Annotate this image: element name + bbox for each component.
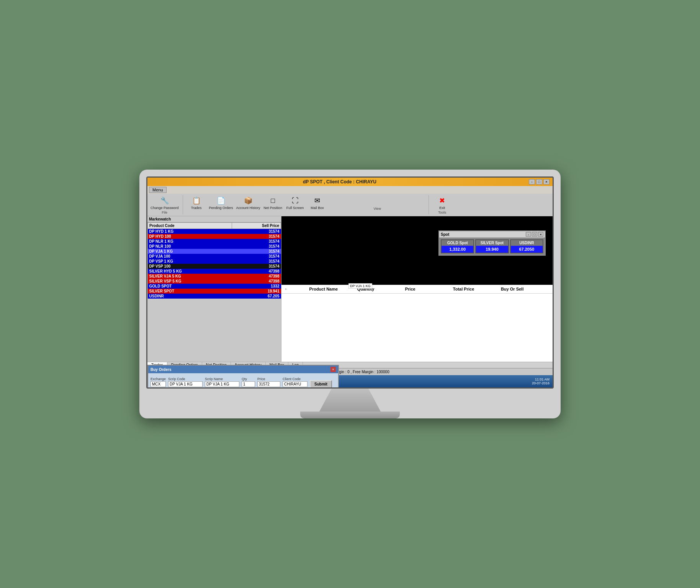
sell-price-cell: 31574 bbox=[232, 259, 281, 264]
sell-price-cell: 67.205 bbox=[232, 294, 281, 299]
sell-price-cell: 31574 bbox=[232, 229, 281, 234]
col-product-code: Product Code bbox=[148, 223, 232, 229]
client-code-input[interactable] bbox=[283, 381, 307, 387]
clock-time: 11:01 AM bbox=[532, 377, 550, 381]
table-row[interactable]: DP NLR 1 KG31574 bbox=[148, 239, 281, 244]
buy-orders-dialog: Buy Orders × Exchange Scrip Code bbox=[147, 365, 339, 389]
scrip-code-input[interactable] bbox=[168, 381, 203, 387]
sell-price-cell: 31574 bbox=[232, 254, 281, 259]
close-btn[interactable]: × bbox=[543, 179, 550, 185]
table-row[interactable]: USDINR67.205 bbox=[148, 294, 281, 299]
col-total-price: Total Price bbox=[453, 287, 501, 291]
sell-price-cell: 31574 bbox=[232, 264, 281, 269]
toolbar-pending-orders[interactable]: 📄 Pending Orders bbox=[209, 195, 233, 210]
marketwatch-header: Markewatch bbox=[147, 216, 281, 222]
table-row[interactable]: SILVER VJA 5 KG47398 bbox=[148, 274, 281, 279]
sell-price-cell: 31574 bbox=[232, 239, 281, 244]
trades-label: Trades bbox=[191, 206, 202, 210]
table-row[interactable]: SILVER HYD 5 KG47398 bbox=[148, 269, 281, 274]
table-row[interactable]: DP HYD 1 KG31574 bbox=[148, 229, 281, 234]
toolbar-mail-box[interactable]: ✉ Mail Box bbox=[308, 195, 327, 210]
table-row[interactable]: DP VJA 10031574 bbox=[148, 254, 281, 259]
toolbar-net-position[interactable]: □ Net Position bbox=[263, 195, 283, 210]
minimize-btn[interactable]: - bbox=[529, 179, 535, 185]
toolbar-exit[interactable]: ✖ Exit Tools bbox=[433, 195, 452, 214]
view-group-label: View bbox=[330, 207, 425, 211]
app-window: dP SPOT , Client Code : CHIRAYU - □ × Me… bbox=[147, 178, 553, 375]
dp-vja-tooltip: DP VJA 1 KG bbox=[348, 283, 372, 289]
submit-button[interactable]: Submit bbox=[310, 380, 332, 388]
menu-button[interactable]: Menu bbox=[149, 187, 167, 193]
change-password-icon: 🔧 bbox=[159, 195, 171, 206]
dialog-title-bar: Buy Orders × bbox=[148, 366, 338, 373]
field-scrip-code: Scrip Code bbox=[168, 377, 203, 387]
qty-input[interactable] bbox=[242, 381, 255, 387]
dialog-title: Buy Orders bbox=[150, 368, 171, 372]
sell-price-cell: 47398 bbox=[232, 274, 281, 279]
scrip-name-input[interactable] bbox=[205, 381, 239, 387]
product-code-cell: DP VJA 1 KG bbox=[148, 249, 232, 254]
toolbar: 🔧 Change Password File 📋 Trades 📄 Pendin… bbox=[147, 194, 553, 216]
table-row[interactable]: SILVER VSP 5 KG47398 bbox=[148, 279, 281, 284]
table-row[interactable]: DP VJA 1 KG31574 bbox=[148, 249, 281, 254]
field-qty: Qty bbox=[242, 377, 255, 387]
spot-panel: Spot - □ × GOLD Spot 1,332.00 bbox=[438, 230, 546, 256]
taskbar-clock: 11:01 AM 20-07-2016 bbox=[530, 377, 551, 385]
field-exchange: Exchange bbox=[150, 377, 166, 387]
toolbar-account-history[interactable]: 📦 Account History bbox=[236, 195, 260, 210]
client-code-label: Client Code bbox=[283, 377, 307, 381]
dialog-content: Exchange Scrip Code Scrip Name bbox=[148, 373, 338, 389]
sell-price-cell: 19.941 bbox=[232, 289, 281, 294]
orders-table-header: · Product Name Quantity Price Total Pric… bbox=[281, 285, 553, 294]
product-code-cell: DP VSP 1 KG bbox=[148, 259, 232, 264]
spot-silver-label: SILVER Spot bbox=[476, 240, 508, 246]
clock-date: 20-07-2016 bbox=[532, 381, 550, 385]
spot-title: Spot bbox=[441, 232, 449, 237]
price-label: Price bbox=[257, 377, 280, 381]
maximize-btn[interactable]: □ bbox=[536, 179, 542, 185]
dialog-close-btn[interactable]: × bbox=[330, 367, 336, 372]
monitor-screen: dP SPOT , Client Code : CHIRAYU - □ × Me… bbox=[146, 176, 554, 389]
table-row[interactable]: DP NLR 10031574 bbox=[148, 244, 281, 249]
spot-minimize[interactable]: - bbox=[526, 232, 531, 237]
spot-usdinr-value: 67.2050 bbox=[511, 246, 543, 253]
spot-gold-label: GOLD Spot bbox=[442, 240, 473, 246]
mail-box-label: Mail Box bbox=[311, 206, 324, 210]
exit-icon: ✖ bbox=[436, 195, 448, 206]
file-group-label: File bbox=[162, 211, 168, 214]
product-code-cell: GOLD SPOT bbox=[148, 284, 232, 289]
spot-silver-value: 19.940 bbox=[476, 246, 508, 253]
product-code-cell: DP HYD 100 bbox=[148, 234, 232, 239]
field-client-code: Client Code bbox=[283, 377, 307, 387]
product-code-cell: USDINR bbox=[148, 294, 232, 299]
table-row[interactable]: DP HYD 10031574 bbox=[148, 234, 281, 239]
toolbar-change-password[interactable]: 🔧 Change Password File bbox=[150, 195, 179, 214]
field-scrip-name: Scrip Name bbox=[205, 377, 239, 387]
toolbar-sep-2 bbox=[429, 195, 429, 214]
spot-maximize[interactable]: □ bbox=[532, 232, 537, 237]
toolbar-full-screen[interactable]: ⛶ Full Screen bbox=[286, 195, 305, 210]
dialog-row-1: Exchange Scrip Code Scrip Name bbox=[150, 376, 336, 388]
net-position-icon: □ bbox=[267, 195, 279, 206]
spot-win-controls: - □ × bbox=[526, 232, 543, 237]
table-row[interactable]: DP VSP 10031574 bbox=[148, 264, 281, 269]
marketwatch-table: Product Code Sell Price DP HYD 1 KG31574… bbox=[147, 222, 281, 299]
table-row[interactable]: GOLD SPOT1332 bbox=[148, 284, 281, 289]
toolbar-trades[interactable]: 📋 Trades bbox=[187, 195, 206, 210]
monitor-base bbox=[300, 412, 400, 418]
full-screen-icon: ⛶ bbox=[289, 195, 301, 206]
exchange-input[interactable] bbox=[150, 381, 166, 387]
account-history-label: Account History bbox=[236, 206, 260, 210]
monitor-outer: dP SPOT , Client Code : CHIRAYU - □ × Me… bbox=[139, 170, 561, 418]
product-code-cell: SILVER HYD 5 KG bbox=[148, 269, 232, 274]
table-row[interactable]: SILVER SPOT19.941 bbox=[148, 289, 281, 294]
price-input[interactable] bbox=[257, 381, 280, 387]
spot-close[interactable]: × bbox=[538, 232, 543, 237]
product-code-cell: DP NLR 100 bbox=[148, 244, 232, 249]
exchange-label: Exchange bbox=[150, 377, 166, 381]
scrip-name-label: Scrip Name bbox=[205, 377, 239, 381]
table-row[interactable]: DP VSP 1 KG31574 bbox=[148, 259, 281, 264]
sell-price-cell: 31574 bbox=[232, 244, 281, 249]
net-position-label: Net Position bbox=[263, 206, 282, 210]
account-history-icon: 📦 bbox=[242, 195, 254, 206]
